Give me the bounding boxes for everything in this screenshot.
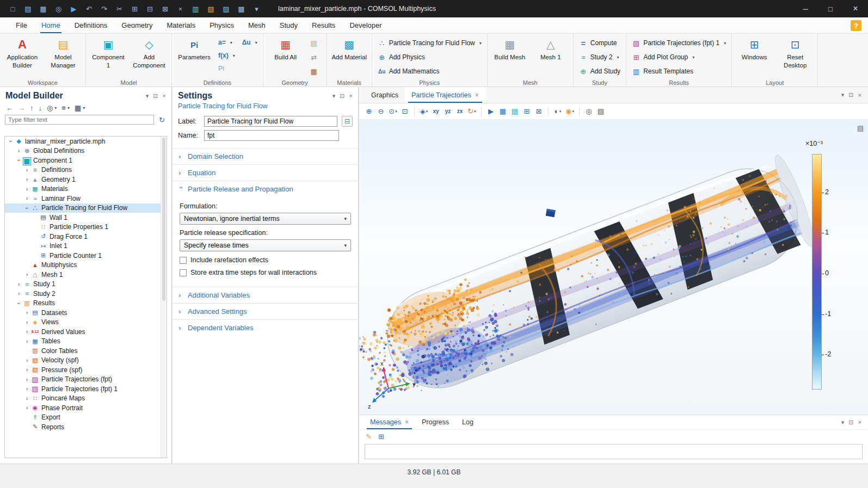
panel-close-icon[interactable]: ×	[349, 92, 353, 100]
ribbon-study-2[interactable]: ≈Study 2▾	[576, 51, 623, 63]
tree-expander-icon[interactable]: ›	[15, 148, 22, 154]
redo-icon[interactable]: ↷	[97, 2, 112, 15]
tab-graphics[interactable]: Graphics	[365, 87, 405, 103]
tree-expander-icon[interactable]: ›	[23, 386, 30, 392]
help-button[interactable]: ?	[851, 20, 861, 31]
section-advanced-settings[interactable]: › Advanced Settings	[173, 303, 358, 319]
minimize-button[interactable]: ─	[793, 0, 818, 17]
release-spec-select[interactable]: Specify release times ▾	[180, 239, 351, 251]
tab-messages[interactable]: Messages×	[364, 415, 415, 429]
tree-scrollbar-thumb[interactable]	[162, 138, 165, 301]
tree-expander-icon[interactable]: ›	[23, 167, 30, 173]
move-down-icon[interactable]: ↓	[37, 103, 44, 113]
run-icon[interactable]: ▶	[66, 2, 81, 15]
panel-collapse-icon[interactable]: ▾	[841, 91, 845, 98]
tree-expander-icon[interactable]: ›	[23, 396, 30, 401]
tree-expander-icon[interactable]: ›	[15, 281, 22, 287]
toolbar-overflow-icon[interactable]: ▾	[249, 2, 264, 15]
tree-item-definitions[interactable]: ›≡Definitions	[5, 165, 167, 175]
model-tool-1-icon[interactable]: ▥	[188, 2, 203, 15]
cut-icon[interactable]: ✂	[112, 2, 127, 15]
ribbon-mesh-1[interactable]: △Mesh 1	[531, 35, 570, 64]
ribbon-u[interactable]: Δu▾	[239, 37, 260, 48]
move-up-icon[interactable]: ↑	[28, 103, 35, 113]
section-dependent-variables[interactable]: › Dependent Variables	[173, 319, 358, 336]
ribbon-geometry-small-1[interactable]: ▤	[307, 37, 324, 49]
ribbon-add-physics[interactable]: ⊕Add Physics	[375, 51, 484, 63]
nav-forward-icon[interactable]: →	[16, 103, 27, 113]
tree-item-derived-values[interactable]: ›8.12Derived Values	[5, 327, 167, 337]
tree-expander-icon[interactable]: ›	[23, 405, 30, 411]
zoom-out-icon[interactable]: ⊖	[375, 106, 386, 117]
menu-materials[interactable]: Materials	[159, 17, 202, 33]
model-tool-2-icon[interactable]: ▧	[204, 2, 218, 15]
view-yz-icon[interactable]: yz	[442, 106, 453, 117]
ribbon-a[interactable]: a=▾	[216, 37, 238, 48]
tree-expander-icon[interactable]: ›	[23, 195, 30, 201]
tree-expander-icon[interactable]: ›	[23, 357, 30, 363]
tree-item-export[interactable]: ⇑Export	[5, 413, 167, 423]
tree-expander-icon[interactable]: ›	[23, 271, 30, 277]
ribbon-add-plot-group[interactable]: ⊞Add Plot Group▾	[629, 51, 729, 63]
copy-log-icon[interactable]: ⊞	[378, 433, 384, 441]
menu-study[interactable]: Study	[273, 17, 305, 33]
menu-home[interactable]: Home	[34, 17, 67, 33]
tree-expander-icon[interactable]: ›	[23, 367, 30, 373]
rarefaction-checkbox[interactable]	[180, 257, 187, 264]
tree-item-results[interactable]: ›▥Results	[5, 299, 167, 308]
save-icon[interactable]: ▦	[36, 2, 51, 15]
ribbon-add-mathematics[interactable]: ΔuAdd Mathematics	[375, 65, 484, 77]
canvas-context-icon[interactable]: ▤	[857, 124, 864, 132]
tree-expander-icon[interactable]: ›	[23, 329, 30, 335]
tree-expander-icon[interactable]: ›	[23, 186, 30, 192]
ribbon-add-study[interactable]: ⊕Add Study	[576, 65, 623, 77]
tree-item-poincar-maps[interactable]: ›∷Poincaré Maps	[5, 394, 167, 404]
ribbon-compute[interactable]: =Compute	[576, 37, 623, 49]
tree-expander-icon[interactable]: ›	[8, 138, 14, 145]
ribbon-parameters[interactable]: PiParameters	[175, 35, 214, 64]
ribbon-geometry-small-3[interactable]: ▦	[307, 65, 324, 77]
scene-light-icon[interactable]: ◉▾	[564, 106, 575, 117]
tree-scrollbar[interactable]	[161, 137, 167, 458]
extra-time-steps-checkbox-row[interactable]: Store extra time steps for wall interact…	[180, 269, 351, 276]
tree-item-component-1[interactable]: ›▣Component 1	[5, 156, 167, 165]
menu-developer[interactable]: Developer	[342, 17, 389, 33]
graphics-canvas[interactable]: ×10⁻³ 210-1-2 x y z ▤	[359, 120, 868, 415]
update-view-icon[interactable]: ↻▾	[466, 106, 477, 117]
copy-icon[interactable]: ⊞	[127, 2, 142, 15]
zoom-extents-icon[interactable]: ⊙▾	[387, 106, 398, 117]
ribbon-build-mesh[interactable]: ▦Build Mesh	[490, 35, 530, 64]
tree-expander-icon[interactable]: ›	[15, 291, 22, 296]
ribbon-f-x[interactable]: f(x)▾	[216, 50, 238, 61]
refresh-filter-icon[interactable]: ↻	[157, 115, 167, 125]
tree-item-phase-portrait[interactable]: ›◉Phase Portrait	[5, 403, 167, 413]
tree-expander-icon[interactable]: ›	[24, 205, 30, 212]
section-additional-variables[interactable]: › Additional Variables	[173, 287, 358, 303]
panel-float-icon[interactable]: ⊡	[848, 91, 853, 98]
tab-progress[interactable]: Progress	[415, 415, 455, 429]
panel-float-icon[interactable]: ⊡	[153, 92, 158, 100]
split-screen-icon[interactable]: ⊞	[521, 106, 532, 117]
close-icon[interactable]: ×	[405, 418, 409, 426]
model-tool-3-icon[interactable]: ▨	[219, 2, 233, 15]
ribbon-application-builder[interactable]: AApplication Builder	[3, 35, 42, 72]
close-button[interactable]: ×	[843, 0, 868, 17]
ribbon-component-1[interactable]: ▣Component 1	[89, 35, 128, 72]
ribbon-add-material[interactable]: ▩Add Material	[330, 35, 369, 64]
print-icon[interactable]: ▤	[595, 106, 606, 117]
section-domain-selection[interactable]: › Domain Selection	[173, 148, 358, 164]
ribbon-particle-tracing-for-fluid-flow[interactable]: ∴Particle Tracing for Fluid Flow▾	[375, 37, 484, 49]
tree-table-icon[interactable]: ▦▾	[73, 103, 87, 113]
open-file-icon[interactable]: ▤	[21, 2, 35, 15]
menu-physics[interactable]: Physics	[202, 17, 241, 33]
menu-file[interactable]: File	[9, 17, 34, 33]
section-particle-release[interactable]: › Particle Release and Propagation	[173, 181, 358, 197]
tree-expander-icon[interactable]: ›	[23, 319, 30, 325]
panel-close-icon[interactable]: ×	[858, 419, 861, 425]
node-text-options-icon[interactable]: ≡▾	[60, 103, 71, 113]
tree-expander-icon[interactable]: ›	[23, 310, 30, 316]
tree-expander-icon[interactable]: ›	[16, 157, 22, 164]
label-input[interactable]	[204, 116, 337, 127]
panel-close-icon[interactable]: ×	[163, 92, 166, 100]
formulation-select[interactable]: Newtonian, ignore inertial terms ▾	[180, 213, 351, 225]
